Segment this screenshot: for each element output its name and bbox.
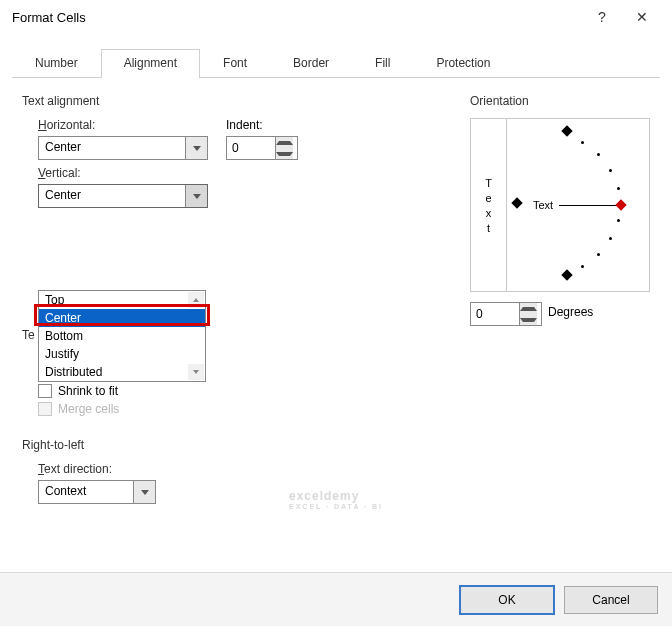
text-alignment-label: Text alignment bbox=[22, 94, 322, 108]
indent-spinner[interactable] bbox=[226, 136, 298, 160]
dial-line bbox=[559, 205, 619, 206]
right-to-left-group: Right-to-left Text direction: Context bbox=[22, 436, 156, 504]
spinner-down-icon[interactable] bbox=[276, 148, 293, 159]
degrees-row: Degrees bbox=[470, 298, 650, 326]
checkbox-icon bbox=[38, 402, 52, 416]
diamond-icon bbox=[561, 269, 572, 280]
ok-button[interactable]: OK bbox=[460, 586, 554, 614]
tab-strip: Number Alignment Font Border Fill Protec… bbox=[12, 48, 660, 78]
checkbox-icon bbox=[38, 384, 52, 398]
chevron-down-icon bbox=[133, 481, 155, 503]
dialog-footer: OK Cancel bbox=[0, 572, 672, 626]
dialog-title: Format Cells bbox=[12, 10, 582, 25]
help-button[interactable]: ? bbox=[582, 9, 622, 25]
text-direction-label: Text direction: bbox=[38, 462, 156, 476]
diamond-icon bbox=[511, 197, 522, 208]
degrees-input[interactable] bbox=[471, 303, 519, 325]
dot-icon bbox=[617, 187, 620, 190]
cancel-button[interactable]: Cancel bbox=[564, 586, 658, 614]
shrink-label: Shrink to fit bbox=[58, 384, 118, 398]
scroll-up-icon[interactable] bbox=[188, 292, 204, 308]
watermark: exceldemy EXCEL · DATA · BI bbox=[289, 487, 383, 510]
text-direction-combo[interactable]: Context bbox=[38, 480, 156, 504]
option-justify[interactable]: Justify bbox=[39, 345, 205, 363]
vertical-dropdown-list[interactable]: Top Center Bottom Justify Distributed bbox=[38, 290, 206, 382]
dot-icon bbox=[609, 237, 612, 240]
merge-label: Merge cells bbox=[58, 402, 119, 416]
indent-input[interactable] bbox=[227, 137, 275, 159]
orientation-dial[interactable]: Text bbox=[507, 119, 649, 291]
spinner-down-icon[interactable] bbox=[520, 314, 537, 325]
tab-fill[interactable]: Fill bbox=[352, 49, 413, 78]
spinner-up-icon[interactable] bbox=[520, 303, 537, 314]
scroll-down-icon[interactable] bbox=[188, 364, 204, 380]
shrink-to-fit-checkbox[interactable]: Shrink to fit bbox=[38, 384, 119, 398]
indent-group: Indent: bbox=[226, 118, 298, 160]
orientation-vertical-text[interactable]: T e x t bbox=[471, 119, 507, 291]
dot-icon bbox=[597, 153, 600, 156]
orientation-dial-text: Text bbox=[533, 199, 553, 211]
horizontal-value: Center bbox=[39, 137, 185, 159]
format-cells-dialog: Format Cells ? ✕ Number Alignment Font B… bbox=[0, 0, 672, 626]
close-button[interactable]: ✕ bbox=[622, 9, 662, 25]
orientation-label: Orientation bbox=[470, 94, 650, 108]
tab-alignment[interactable]: Alignment bbox=[101, 49, 200, 78]
tab-border[interactable]: Border bbox=[270, 49, 352, 78]
option-top[interactable]: Top bbox=[39, 291, 205, 309]
orientation-group: Orientation T e x t bbox=[470, 92, 650, 326]
vertical-label: Vertical: bbox=[38, 166, 322, 180]
dial-handle-icon[interactable] bbox=[615, 199, 626, 210]
chevron-down-icon bbox=[185, 137, 207, 159]
vertical-value: Center bbox=[39, 185, 185, 207]
dot-icon bbox=[581, 265, 584, 268]
tab-number[interactable]: Number bbox=[12, 49, 101, 78]
dot-icon bbox=[597, 253, 600, 256]
spinner-buttons[interactable] bbox=[519, 303, 537, 325]
dot-icon bbox=[581, 141, 584, 144]
vertical-combo[interactable]: Center bbox=[38, 184, 208, 208]
dialog-body: Text alignment Horizontal: Center Vertic… bbox=[0, 78, 672, 568]
tab-protection[interactable]: Protection bbox=[413, 49, 513, 78]
merge-cells-checkbox: Merge cells bbox=[38, 402, 119, 416]
text-direction-value: Context bbox=[39, 481, 133, 503]
indent-label: Indent: bbox=[226, 118, 298, 132]
orientation-control[interactable]: T e x t Text bbox=[470, 118, 650, 292]
chevron-down-icon bbox=[185, 185, 207, 207]
spinner-buttons[interactable] bbox=[275, 137, 293, 159]
degrees-label: Degrees bbox=[548, 305, 593, 319]
option-bottom[interactable]: Bottom bbox=[39, 327, 205, 345]
option-distributed[interactable]: Distributed bbox=[39, 363, 205, 381]
option-center[interactable]: Center bbox=[39, 309, 205, 327]
tab-font[interactable]: Font bbox=[200, 49, 270, 78]
diamond-icon bbox=[561, 125, 572, 136]
dot-icon bbox=[609, 169, 612, 172]
degrees-spinner[interactable] bbox=[470, 302, 542, 326]
text-control-checks: Shrink to fit Merge cells bbox=[38, 380, 119, 420]
spinner-up-icon[interactable] bbox=[276, 137, 293, 148]
dot-icon bbox=[617, 219, 620, 222]
text-control-label-partial: Te bbox=[22, 328, 35, 342]
horizontal-combo[interactable]: Center bbox=[38, 136, 208, 160]
titlebar: Format Cells ? ✕ bbox=[0, 0, 672, 34]
rtl-label: Right-to-left bbox=[22, 438, 156, 452]
